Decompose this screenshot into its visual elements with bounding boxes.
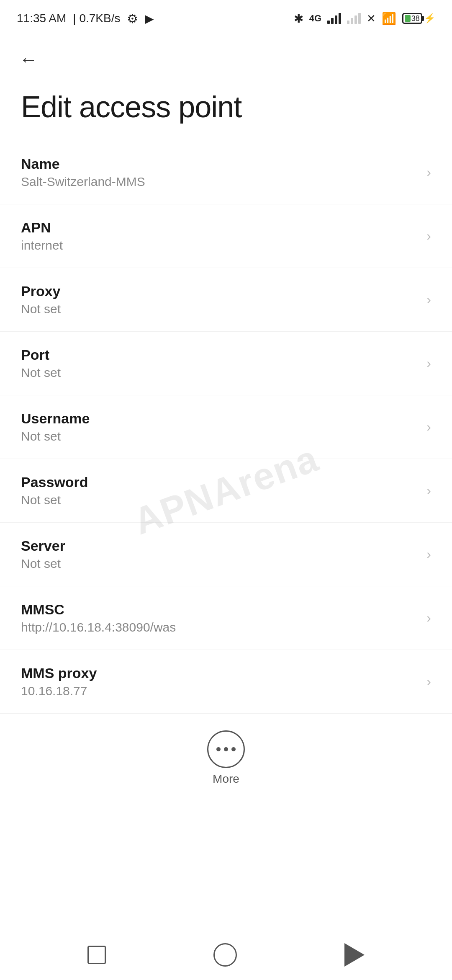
- settings-item-value: http://10.16.18.4:38090/was: [21, 620, 418, 634]
- chevron-right-icon: ›: [426, 483, 431, 498]
- settings-item-value: Salt-Switzerland-MMS: [21, 175, 418, 189]
- settings-item[interactable]: Proxy Not set ›: [0, 268, 452, 332]
- chevron-right-icon: ›: [426, 228, 431, 244]
- more-button-area: More: [0, 714, 452, 794]
- settings-item-content: Port Not set: [21, 347, 418, 380]
- video-icon: ▶: [145, 12, 154, 26]
- chevron-right-icon: ›: [426, 419, 431, 435]
- settings-item-label: MMS proxy: [21, 665, 418, 681]
- settings-item-value: 10.16.18.77: [21, 684, 418, 698]
- page-title: Edit access point: [0, 77, 452, 141]
- settings-item-label: Username: [21, 410, 418, 427]
- chevron-right-icon: ›: [426, 292, 431, 307]
- status-left: 11:35 AM | 0.7KB/s ⚙ ▶: [17, 11, 154, 26]
- settings-item[interactable]: MMSC http://10.16.18.4:38090/was ›: [0, 586, 452, 650]
- settings-item-label: APN: [21, 219, 418, 236]
- settings-item-content: Server Not set: [21, 538, 418, 571]
- more-dots-icon: [216, 747, 236, 751]
- settings-item-value: Not set: [21, 557, 418, 571]
- nav-home-icon[interactable]: [213, 943, 237, 967]
- settings-item[interactable]: Server Not set ›: [0, 523, 452, 586]
- back-arrow-icon: ←: [19, 50, 38, 69]
- chevron-right-icon: ›: [426, 356, 431, 371]
- settings-item-value: Not set: [21, 429, 418, 444]
- more-label: More: [213, 772, 239, 786]
- settings-item-label: Proxy: [21, 283, 418, 299]
- settings-item-label: MMSC: [21, 601, 418, 618]
- settings-item-value: Not set: [21, 493, 418, 507]
- settings-item[interactable]: Name Salt-Switzerland-MMS ›: [0, 141, 452, 204]
- wifi-icon: 📶: [382, 12, 396, 26]
- settings-item-label: Password: [21, 474, 418, 490]
- charging-icon: ⚡: [424, 13, 435, 24]
- chevron-right-icon: ›: [426, 610, 431, 626]
- settings-item[interactable]: Password Not set ›: [0, 459, 452, 523]
- nav-back-icon[interactable]: [344, 943, 365, 967]
- settings-item[interactable]: Port Not set ›: [0, 332, 452, 395]
- settings-item-content: MMS proxy 10.16.18.77: [21, 665, 418, 698]
- back-button[interactable]: ←: [15, 46, 42, 73]
- settings-item-content: MMSC http://10.16.18.4:38090/was: [21, 601, 418, 634]
- settings-list: Name Salt-Switzerland-MMS › APN internet…: [0, 141, 452, 714]
- settings-item-value: Not set: [21, 366, 418, 380]
- settings-item-content: Proxy Not set: [21, 283, 418, 316]
- settings-item-value: internet: [21, 238, 418, 253]
- battery-icon: 38: [402, 13, 422, 24]
- chevron-right-icon: ›: [426, 674, 431, 689]
- settings-item[interactable]: APN internet ›: [0, 204, 452, 268]
- no-signal-icon: ✕: [367, 12, 376, 25]
- settings-icon: ⚙: [127, 11, 138, 26]
- chevron-right-icon: ›: [426, 547, 431, 562]
- settings-item-content: Password Not set: [21, 474, 418, 507]
- speed-display: | 0.7KB/s: [73, 12, 120, 25]
- settings-item-content: Username Not set: [21, 410, 418, 444]
- more-button[interactable]: [207, 730, 245, 768]
- signal-strength-2-icon: [347, 13, 361, 24]
- nav-recent-icon[interactable]: [87, 946, 106, 964]
- bluetooth-icon: ✱: [294, 12, 303, 26]
- settings-item-content: Name Salt-Switzerland-MMS: [21, 156, 418, 189]
- signal-strength-icon: [327, 13, 341, 24]
- time-display: 11:35 AM: [17, 12, 66, 25]
- status-right: ✱ 4G ✕ 📶 38 ⚡: [294, 12, 435, 26]
- settings-item-content: APN internet: [21, 219, 418, 253]
- back-button-row: ←: [0, 34, 452, 77]
- settings-item-label: Server: [21, 538, 418, 554]
- settings-item-label: Port: [21, 347, 418, 363]
- network-4g-icon: 4G: [309, 13, 321, 24]
- battery-container: 38 ⚡: [402, 13, 435, 24]
- settings-item-value: Not set: [21, 302, 418, 316]
- settings-item[interactable]: Username Not set ›: [0, 395, 452, 459]
- chevron-right-icon: ›: [426, 165, 431, 180]
- settings-item[interactable]: MMS proxy 10.16.18.77 ›: [0, 650, 452, 714]
- nav-bar: [0, 930, 452, 980]
- settings-item-label: Name: [21, 156, 418, 172]
- status-bar: 11:35 AM | 0.7KB/s ⚙ ▶ ✱ 4G ✕ 📶 38 ⚡: [0, 0, 452, 34]
